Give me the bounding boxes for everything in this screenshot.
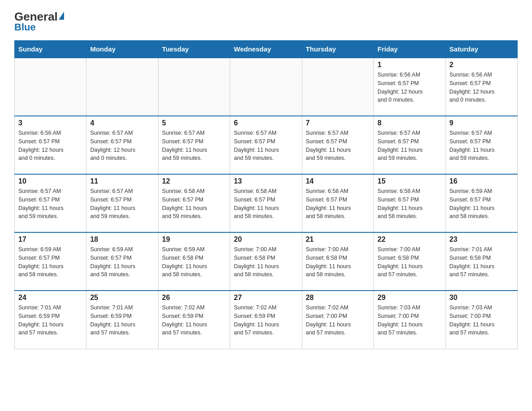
day-info: Sunrise: 6:58 AM Sunset: 6:57 PM Dayligh…	[378, 187, 442, 221]
day-number: 23	[450, 235, 514, 244]
calendar-cell: 9Sunrise: 6:57 AM Sunset: 6:57 PM Daylig…	[446, 116, 517, 174]
calendar-cell: 29Sunrise: 7:03 AM Sunset: 7:00 PM Dayli…	[374, 291, 446, 349]
day-info: Sunrise: 6:59 AM Sunset: 6:58 PM Dayligh…	[162, 245, 226, 279]
day-number: 2	[450, 61, 514, 69]
col-header-wednesday: Wednesday	[230, 41, 302, 58]
calendar-cell: 24Sunrise: 7:01 AM Sunset: 6:59 PM Dayli…	[15, 291, 86, 349]
calendar-cell: 16Sunrise: 6:59 AM Sunset: 6:57 PM Dayli…	[446, 174, 517, 232]
calendar-cell: 17Sunrise: 6:59 AM Sunset: 6:57 PM Dayli…	[15, 232, 86, 291]
day-number: 14	[306, 177, 370, 185]
day-number: 26	[162, 294, 226, 302]
day-number: 27	[234, 294, 298, 302]
day-number: 30	[450, 294, 514, 302]
day-number: 25	[90, 294, 154, 302]
calendar-cell	[15, 58, 86, 116]
col-header-sunday: Sunday	[15, 41, 86, 58]
day-info: Sunrise: 7:03 AM Sunset: 7:00 PM Dayligh…	[378, 304, 442, 337]
calendar-cell: 7Sunrise: 6:57 AM Sunset: 6:57 PM Daylig…	[302, 116, 373, 174]
day-number: 16	[450, 177, 514, 185]
calendar-cell: 26Sunrise: 7:02 AM Sunset: 6:59 PM Dayli…	[158, 291, 230, 349]
day-number: 9	[450, 119, 514, 127]
day-info: Sunrise: 6:57 AM Sunset: 6:57 PM Dayligh…	[18, 187, 82, 221]
day-number: 21	[306, 235, 370, 244]
calendar-cell: 1Sunrise: 6:56 AM Sunset: 6:57 PM Daylig…	[374, 58, 446, 116]
day-info: Sunrise: 7:01 AM Sunset: 6:58 PM Dayligh…	[450, 245, 514, 279]
day-number: 20	[234, 235, 298, 244]
calendar-cell: 11Sunrise: 6:57 AM Sunset: 6:57 PM Dayli…	[86, 174, 158, 232]
logo-text: General	[14, 11, 64, 22]
day-number: 18	[90, 235, 154, 244]
calendar-cell: 8Sunrise: 6:57 AM Sunset: 6:57 PM Daylig…	[374, 116, 446, 174]
day-info: Sunrise: 6:57 AM Sunset: 6:57 PM Dayligh…	[450, 129, 514, 163]
day-info: Sunrise: 6:57 AM Sunset: 6:57 PM Dayligh…	[306, 129, 370, 163]
day-info: Sunrise: 7:00 AM Sunset: 6:58 PM Dayligh…	[306, 245, 370, 279]
calendar-cell: 14Sunrise: 6:58 AM Sunset: 6:57 PM Dayli…	[302, 174, 373, 232]
day-info: Sunrise: 6:56 AM Sunset: 6:57 PM Dayligh…	[378, 71, 442, 104]
day-info: Sunrise: 7:02 AM Sunset: 7:00 PM Dayligh…	[306, 304, 370, 337]
week-row-1: 1Sunrise: 6:56 AM Sunset: 6:57 PM Daylig…	[15, 58, 518, 116]
day-info: Sunrise: 7:00 AM Sunset: 6:58 PM Dayligh…	[234, 245, 298, 279]
day-number: 4	[90, 119, 154, 127]
day-number: 8	[378, 119, 442, 127]
calendar-cell: 22Sunrise: 7:00 AM Sunset: 6:58 PM Dayli…	[374, 232, 446, 291]
calendar-cell: 21Sunrise: 7:00 AM Sunset: 6:58 PM Dayli…	[302, 232, 373, 291]
calendar-cell: 5Sunrise: 6:57 AM Sunset: 6:57 PM Daylig…	[158, 116, 230, 174]
day-number: 13	[234, 177, 298, 185]
day-number: 17	[18, 235, 82, 244]
day-info: Sunrise: 6:59 AM Sunset: 6:57 PM Dayligh…	[90, 245, 154, 279]
calendar-cell: 28Sunrise: 7:02 AM Sunset: 7:00 PM Dayli…	[302, 291, 373, 349]
day-info: Sunrise: 6:56 AM Sunset: 6:57 PM Dayligh…	[450, 71, 514, 104]
day-info: Sunrise: 7:00 AM Sunset: 6:58 PM Dayligh…	[378, 245, 442, 279]
day-info: Sunrise: 7:03 AM Sunset: 7:00 PM Dayligh…	[450, 304, 514, 337]
day-number: 5	[162, 119, 226, 127]
calendar-cell: 10Sunrise: 6:57 AM Sunset: 6:57 PM Dayli…	[15, 174, 86, 232]
day-info: Sunrise: 6:57 AM Sunset: 6:57 PM Dayligh…	[234, 129, 298, 163]
calendar-cell: 6Sunrise: 6:57 AM Sunset: 6:57 PM Daylig…	[230, 116, 302, 174]
page-header: General Blue	[14, 11, 518, 33]
day-number: 10	[18, 177, 82, 185]
calendar-cell: 15Sunrise: 6:58 AM Sunset: 6:57 PM Dayli…	[374, 174, 446, 232]
calendar-cell: 20Sunrise: 7:00 AM Sunset: 6:58 PM Dayli…	[230, 232, 302, 291]
day-number: 1	[378, 61, 442, 69]
calendar-cell	[302, 58, 373, 116]
calendar-table: SundayMondayTuesdayWednesdayThursdayFrid…	[14, 40, 518, 349]
calendar-cell: 3Sunrise: 6:56 AM Sunset: 6:57 PM Daylig…	[15, 116, 86, 174]
day-info: Sunrise: 6:57 AM Sunset: 6:57 PM Dayligh…	[162, 129, 226, 163]
day-number: 28	[306, 294, 370, 302]
day-number: 15	[378, 177, 442, 185]
calendar-cell: 12Sunrise: 6:58 AM Sunset: 6:57 PM Dayli…	[158, 174, 230, 232]
col-header-monday: Monday	[86, 41, 158, 58]
day-info: Sunrise: 6:56 AM Sunset: 6:57 PM Dayligh…	[18, 129, 82, 163]
day-number: 7	[306, 119, 370, 127]
calendar-cell: 4Sunrise: 6:57 AM Sunset: 6:57 PM Daylig…	[86, 116, 158, 174]
calendar-cell	[230, 58, 302, 116]
day-info: Sunrise: 7:01 AM Sunset: 6:59 PM Dayligh…	[18, 304, 82, 337]
logo-blue-text: Blue	[14, 21, 36, 33]
calendar-cell: 23Sunrise: 7:01 AM Sunset: 6:58 PM Dayli…	[446, 232, 517, 291]
day-number: 3	[18, 119, 82, 127]
calendar-cell: 18Sunrise: 6:59 AM Sunset: 6:57 PM Dayli…	[86, 232, 158, 291]
day-number: 22	[378, 235, 442, 244]
day-number: 19	[162, 235, 226, 244]
day-info: Sunrise: 7:02 AM Sunset: 6:59 PM Dayligh…	[234, 304, 298, 337]
col-header-thursday: Thursday	[302, 41, 373, 58]
day-info: Sunrise: 6:57 AM Sunset: 6:57 PM Dayligh…	[90, 187, 154, 221]
calendar-cell: 27Sunrise: 7:02 AM Sunset: 6:59 PM Dayli…	[230, 291, 302, 349]
day-info: Sunrise: 6:57 AM Sunset: 6:57 PM Dayligh…	[90, 129, 154, 163]
week-row-2: 3Sunrise: 6:56 AM Sunset: 6:57 PM Daylig…	[15, 116, 518, 174]
day-info: Sunrise: 6:58 AM Sunset: 6:57 PM Dayligh…	[306, 187, 370, 221]
col-header-friday: Friday	[374, 41, 446, 58]
calendar-header-row: SundayMondayTuesdayWednesdayThursdayFrid…	[15, 41, 518, 58]
day-number: 29	[378, 294, 442, 302]
day-info: Sunrise: 7:02 AM Sunset: 6:59 PM Dayligh…	[162, 304, 226, 337]
calendar-cell: 2Sunrise: 6:56 AM Sunset: 6:57 PM Daylig…	[446, 58, 517, 116]
day-number: 11	[90, 177, 154, 185]
day-number: 24	[18, 294, 82, 302]
col-header-saturday: Saturday	[446, 41, 517, 58]
calendar-cell	[158, 58, 230, 116]
week-row-4: 17Sunrise: 6:59 AM Sunset: 6:57 PM Dayli…	[15, 232, 518, 291]
calendar-cell: 25Sunrise: 7:01 AM Sunset: 6:59 PM Dayli…	[86, 291, 158, 349]
day-number: 6	[234, 119, 298, 127]
calendar-cell	[86, 58, 158, 116]
day-info: Sunrise: 6:58 AM Sunset: 6:57 PM Dayligh…	[234, 187, 298, 221]
